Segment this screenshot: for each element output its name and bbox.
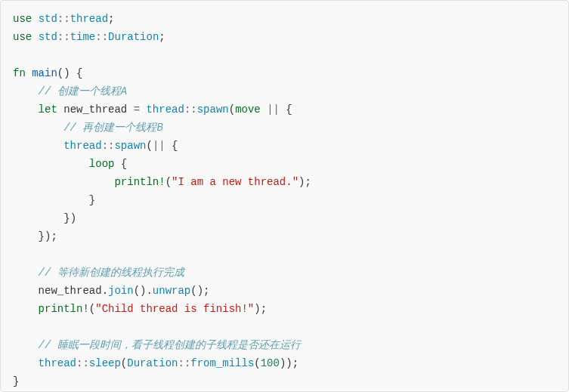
line-11: } — [13, 194, 95, 206]
line-16: new_thread.join().unwrap(); — [13, 285, 210, 297]
code-block: use std::thread; use std::time::Duration… — [0, 0, 569, 392]
line-20: thread::sleep(Duration::from_mills(100))… — [13, 357, 298, 369]
line-9: loop { — [13, 158, 127, 170]
line-19: // 睡眠一段时间，看子线程创建的子线程是否还在运行 — [13, 339, 301, 351]
line-8: thread::spawn(|| { — [13, 140, 178, 152]
line-5: // 创建一个线程A — [13, 85, 127, 97]
line-10: println!("I am a new thread."); — [13, 176, 311, 188]
line-17: println!("Child thread is finish!"); — [13, 303, 267, 315]
line-2: use std::time::Duration; — [13, 31, 165, 43]
line-21: } — [13, 375, 19, 387]
line-4: fn main() { — [13, 67, 82, 79]
line-13: }); — [13, 230, 57, 242]
line-12: }) — [13, 212, 76, 224]
line-6: let new_thread = thread::spawn(move || { — [13, 103, 292, 116]
line-1: use std::thread; — [13, 13, 114, 25]
line-7: // 再创建一个线程B — [13, 122, 163, 134]
line-15: // 等待新创建的线程执行完成 — [13, 267, 184, 279]
